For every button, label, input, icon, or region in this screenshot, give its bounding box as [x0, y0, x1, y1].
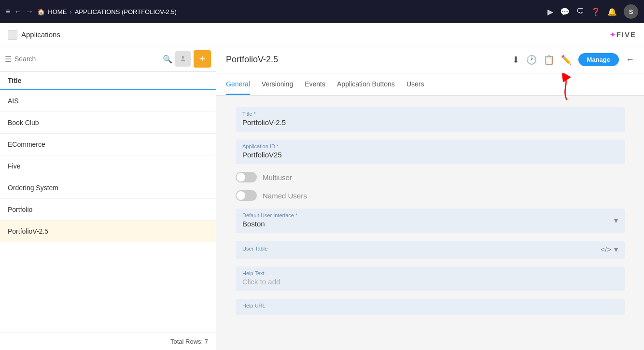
message-icon[interactable]: 🗨 — [576, 7, 584, 16]
applications-label: Applications — [21, 30, 60, 39]
search-icon[interactable]: 🔍 — [163, 55, 172, 64]
breadcrumb-sep: › — [70, 8, 71, 15]
help-url-label: Help URL — [242, 303, 618, 308]
panel-back-icon[interactable]: ← — [626, 55, 634, 65]
top-nav-right: ▶ 💬 🗨 ❓ 🔔 S — [547, 4, 638, 19]
code-icon[interactable]: </> — [601, 245, 611, 253]
search-input[interactable] — [14, 55, 160, 63]
user-table-inner: User Table — [242, 246, 601, 253]
home-label[interactable]: HOME — [48, 8, 67, 15]
help-text-value: Click to add — [242, 278, 280, 286]
tab-events[interactable]: Events — [305, 73, 325, 95]
edit-icon[interactable]: ✏️ — [561, 55, 572, 65]
multiuser-label: Multiuser — [263, 173, 292, 182]
appid-value: PortfolioV25 — [242, 151, 282, 159]
user-table-dropdown-icon: ▾ — [614, 245, 618, 254]
add-button[interactable]: + — [194, 50, 211, 68]
main-area: ☰ 🔍 + Title AIS Book Club ECommerce Five… — [0, 46, 644, 350]
title-value: PortfolioV-2.5 — [242, 118, 286, 126]
list-item[interactable]: Portfolio — [0, 199, 216, 221]
copy-icon[interactable]: 📋 — [544, 55, 554, 65]
tabs-bar: General Versioning Events Application Bu… — [216, 73, 644, 96]
named-users-toggle-wrap: Named Users — [236, 190, 625, 201]
list-item[interactable]: ECommerce — [0, 134, 216, 155]
avatar[interactable]: S — [624, 4, 638, 19]
tab-versioning[interactable]: Versioning — [262, 73, 293, 95]
tab-application-buttons[interactable]: Application Buttons — [337, 73, 395, 95]
appid-group: Application ID * PortfolioV25 — [236, 140, 625, 164]
help-url-field[interactable]: Help URL — [236, 299, 625, 315]
list-item[interactable]: Book Club — [0, 112, 216, 134]
list-footer: Total Rows: 7 — [0, 333, 216, 350]
multiuser-toggle[interactable] — [236, 172, 257, 182]
help-url-group: Help URL — [236, 299, 625, 315]
import-button[interactable] — [175, 51, 191, 67]
form-area: Title * PortfolioV-2.5 Application ID * … — [216, 96, 644, 350]
history-icon[interactable]: 🕐 — [526, 55, 537, 65]
panel-title: PortfolioV-2.5 — [226, 55, 278, 65]
top-nav-bar: ≡ ← → 🏠 HOME › APPLICATIONS (PORTFOLIOV-… — [0, 0, 644, 23]
default-ui-group: Default User Interface * Boston ▾ — [236, 209, 625, 233]
right-panel-wrap: PortfolioV-2.5 ⬇ 🕐 📋 ✏️ Manage ← — [216, 46, 644, 350]
default-ui-field[interactable]: Default User Interface * Boston ▾ — [236, 209, 625, 233]
appid-label: Application ID * — [242, 143, 618, 149]
back-icon[interactable]: ← — [14, 7, 22, 16]
named-users-label: Named Users — [263, 192, 307, 200]
download-icon[interactable]: ⬇ — [512, 55, 519, 65]
panel-header: PortfolioV-2.5 ⬇ 🕐 📋 ✏️ Manage ← — [216, 46, 644, 73]
app-icon — [8, 30, 17, 40]
user-table-field[interactable]: User Table </> ▾ — [236, 241, 625, 259]
help-text-group: Help Text Click to add — [236, 266, 625, 291]
five-star-icon: ✦ — [610, 31, 616, 39]
filter-icon[interactable]: ☰ — [5, 55, 12, 64]
home-icon: 🏠 — [37, 8, 45, 15]
user-table-icons: </> ▾ — [601, 245, 618, 254]
second-bar-left: Applications — [8, 30, 60, 40]
list-item[interactable]: Five — [0, 155, 216, 177]
title-label: Title * — [242, 111, 618, 117]
second-bar: Applications ✦ FIVE — [0, 23, 644, 46]
user-table-label: User Table — [242, 246, 601, 252]
app-breadcrumb: APPLICATIONS (PORTFOLIOV-2.5) — [75, 8, 177, 15]
forward-icon[interactable]: → — [26, 7, 33, 16]
list-item-active[interactable]: PortfolioV-2.5 — [0, 221, 216, 242]
appid-field[interactable]: Application ID * PortfolioV25 — [236, 140, 625, 164]
list-item[interactable]: Ordering System — [0, 177, 216, 199]
title-field[interactable]: Title * PortfolioV-2.5 — [236, 107, 625, 132]
sidebar: ☰ 🔍 + Title AIS Book Club ECommerce Five… — [0, 46, 216, 350]
help-icon[interactable]: ❓ — [591, 7, 601, 16]
search-right: 🔍 + — [163, 50, 211, 68]
chat-icon[interactable]: 💬 — [560, 7, 570, 16]
breadcrumb: 🏠 HOME › APPLICATIONS (PORTFOLIOV-2.5) — [37, 8, 177, 15]
help-text-label: Help Text — [242, 270, 618, 276]
default-ui-value: Boston — [242, 220, 265, 228]
panel-actions: ⬇ 🕐 📋 ✏️ Manage ← — [512, 53, 634, 66]
title-group: Title * PortfolioV-2.5 — [236, 107, 625, 132]
list-items: AIS Book Club ECommerce Five Ordering Sy… — [0, 90, 216, 333]
top-nav-left: ≡ ← → 🏠 HOME › APPLICATIONS (PORTFOLIOV-… — [6, 7, 177, 16]
tab-users[interactable]: Users — [406, 73, 424, 95]
hamburger-icon[interactable]: ≡ — [6, 7, 10, 16]
bell-icon[interactable]: 🔔 — [607, 7, 617, 16]
help-text-field[interactable]: Help Text Click to add — [236, 266, 625, 291]
multiuser-toggle-wrap: Multiuser — [236, 172, 625, 182]
named-users-toggle[interactable] — [236, 190, 257, 201]
five-logo: ✦ FIVE — [610, 30, 636, 39]
default-ui-label: Default User Interface * — [242, 212, 614, 218]
list-item[interactable]: AIS — [0, 90, 216, 112]
default-ui-inner: Default User Interface * Boston — [242, 212, 614, 228]
tab-general[interactable]: General — [226, 73, 250, 95]
default-ui-dropdown-icon: ▾ — [614, 216, 618, 225]
play-icon[interactable]: ▶ — [547, 7, 553, 16]
user-table-group: User Table </> ▾ — [236, 241, 625, 259]
five-text: FIVE — [616, 30, 636, 39]
search-bar: ☰ 🔍 + — [0, 46, 216, 72]
manage-button[interactable]: Manage — [578, 53, 619, 66]
list-column-header: Title — [0, 72, 216, 90]
